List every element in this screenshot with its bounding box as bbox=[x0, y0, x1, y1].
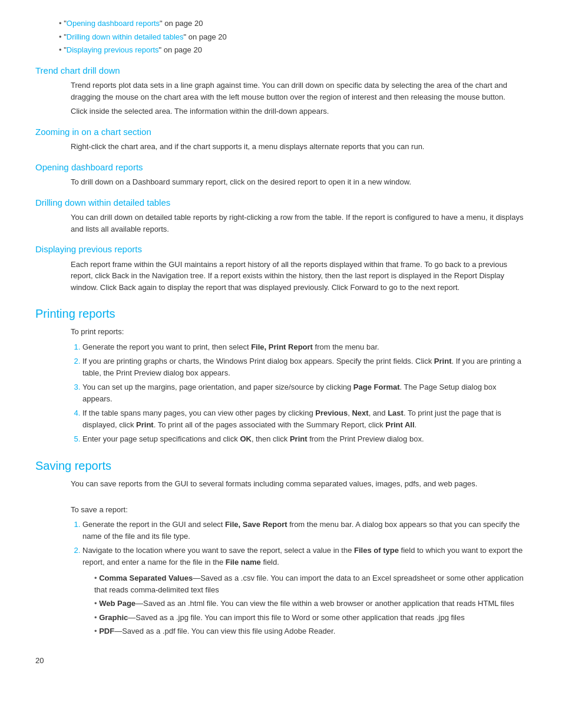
opening-heading: Opening dashboard reports bbox=[35, 161, 527, 174]
printing-step-3: You can set up the margins, page orienta… bbox=[82, 381, 527, 404]
print-bold-4e: Print All bbox=[385, 420, 414, 429]
saving-step-1: Generate the report in the GUI and selec… bbox=[82, 519, 527, 542]
save-bold-2b: File name bbox=[226, 558, 261, 566]
saving-para1: You can save reports from the GUI to sev… bbox=[71, 478, 527, 490]
displaying-heading: Displaying previous reports bbox=[35, 243, 527, 256]
intro-links: "Opening dashboard reports" on page 20 "… bbox=[59, 18, 527, 56]
zooming-body: Right-click the chart area, and if the c… bbox=[71, 141, 527, 153]
trend-chart-para2: Click inside the selected area. The info… bbox=[71, 106, 527, 117]
graphic-label: Graphic bbox=[99, 613, 128, 622]
trend-chart-para1: Trend reports plot data sets in a line g… bbox=[71, 80, 527, 103]
saving-intro: To save a report: bbox=[71, 504, 527, 516]
trend-chart-heading: Trend chart drill down bbox=[35, 64, 527, 78]
saving-sub-csv: Comma Separated Values—Saved as a .csv f… bbox=[94, 572, 527, 595]
opening-link[interactable]: Opening dashboard reports bbox=[67, 19, 160, 28]
printing-intro: To print reports: bbox=[71, 326, 527, 338]
drilling-link[interactable]: Drilling down within detailed tables bbox=[67, 32, 184, 41]
printing-step-1: Generate the report you want to print, t… bbox=[82, 341, 527, 353]
saving-sub-graphic: Graphic—Saved as a .jpg file. You can im… bbox=[94, 612, 527, 624]
save-bold-1: File, Save Report bbox=[225, 520, 287, 529]
pdf-label: PDF bbox=[99, 627, 114, 635]
web-label: Web Page bbox=[99, 599, 135, 608]
displaying-link[interactable]: Displaying previous reports bbox=[67, 45, 159, 54]
print-bold-4b: Next bbox=[352, 409, 368, 417]
intro-link-1[interactable]: "Opening dashboard reports" on page 20 bbox=[59, 18, 527, 29]
print-bold-1: File, Print Report bbox=[251, 342, 313, 351]
intro-link-2[interactable]: "Drilling down within detailed tables" o… bbox=[59, 31, 527, 43]
print-bold-5a: OK bbox=[240, 434, 252, 443]
printing-body: To print reports: bbox=[71, 326, 527, 338]
saving-body: You can save reports from the GUI to sev… bbox=[71, 478, 527, 516]
csv-label: Comma Separated Values bbox=[99, 574, 193, 582]
print-bold-4a: Previous bbox=[315, 409, 348, 417]
printing-step-5: Enter your page setup specifications and… bbox=[82, 433, 527, 445]
print-bold-4c: Last bbox=[388, 409, 404, 417]
displaying-body: Each report frame within the GUI maintai… bbox=[71, 259, 527, 294]
opening-para: To drill down on a Dashboard summary rep… bbox=[71, 176, 527, 188]
saving-sub-web: Web Page—Saved as an .html file. You can… bbox=[94, 598, 527, 610]
saving-steps: Generate the report in the GUI and selec… bbox=[82, 519, 527, 568]
printing-step-4: If the table spans many pages, you can v… bbox=[82, 407, 527, 430]
drilling-heading: Drilling down within detailed tables bbox=[35, 196, 527, 210]
displaying-para: Each report frame within the GUI maintai… bbox=[71, 259, 527, 294]
saving-heading: Saving reports bbox=[35, 457, 527, 475]
print-bold-3: Page Format bbox=[353, 383, 400, 391]
printing-steps: Generate the report you want to print, t… bbox=[82, 341, 527, 445]
save-bold-2a: Files of type bbox=[354, 546, 399, 555]
print-bold-2: Print bbox=[434, 357, 452, 365]
saving-sub-items: Comma Separated Values—Saved as a .csv f… bbox=[94, 572, 527, 637]
opening-body: To drill down on a Dashboard summary rep… bbox=[71, 176, 527, 188]
print-bold-5b: Print bbox=[290, 434, 308, 443]
printing-step-2: If you are printing graphs or charts, th… bbox=[82, 355, 527, 378]
saving-sub-pdf: PDF—Saved as a .pdf file. You can view t… bbox=[94, 625, 527, 637]
intro-link-3[interactable]: "Displaying previous reports" on page 20 bbox=[59, 44, 527, 56]
zooming-heading: Zooming in on a chart section bbox=[35, 126, 527, 139]
drilling-para: You can drill down on detailed table rep… bbox=[71, 212, 527, 235]
page-number: 20 bbox=[35, 655, 527, 667]
drilling-body: You can drill down on detailed table rep… bbox=[71, 212, 527, 235]
trend-chart-body: Trend reports plot data sets in a line g… bbox=[71, 80, 527, 117]
saving-step-2: Navigate to the location where you want … bbox=[82, 545, 527, 568]
zooming-para: Right-click the chart area, and if the c… bbox=[71, 141, 527, 153]
printing-heading: Printing reports bbox=[35, 305, 527, 322]
print-bold-4d: Print bbox=[136, 420, 154, 429]
